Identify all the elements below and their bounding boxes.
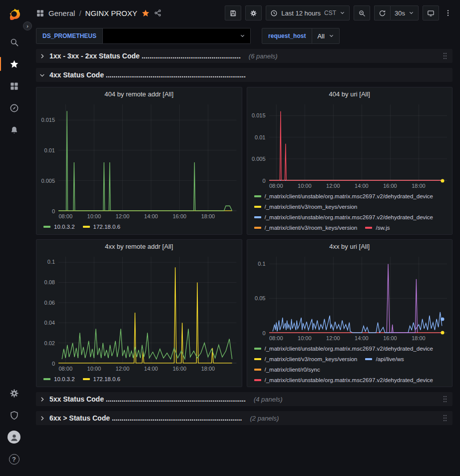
plot-area[interactable] xyxy=(58,104,237,211)
legend-item[interactable]: /_matrix/client/unstable/org.matrix.msc2… xyxy=(254,344,434,353)
x-axis-label: 14:00 xyxy=(144,213,158,219)
configuration-gear-icon[interactable] xyxy=(0,382,28,404)
legend-item[interactable]: 172.18.0.6 xyxy=(83,374,120,384)
x-axis-label: 18:00 xyxy=(201,366,215,372)
legend-item[interactable]: /sw.js xyxy=(365,223,390,232)
row-title: 1xx - 3xx - 2xx Status Code ............… xyxy=(49,52,241,60)
legend-label: /_matrix/client/unstable/org.matrix.msc2… xyxy=(265,377,434,383)
request-host-variable-select[interactable]: All xyxy=(312,28,339,44)
legend-item[interactable]: /_matrix/client/unstable/org.matrix.msc2… xyxy=(254,191,434,201)
y-axis-label: 0.015 xyxy=(252,112,266,118)
user-avatar[interactable] xyxy=(0,426,28,448)
x-axis-label: 12:00 xyxy=(326,335,340,341)
legend-item[interactable]: /_matrix/client/v3/room_keys/version xyxy=(254,223,358,232)
row-panel-count: (2 panels) xyxy=(250,415,279,422)
refresh-interval-dropdown[interactable]: 30s xyxy=(390,5,419,20)
chevron-down-icon xyxy=(39,72,45,78)
y-axis-label: 0.1 xyxy=(258,261,265,267)
legend-swatch xyxy=(254,379,261,381)
save-dashboard-button[interactable] xyxy=(225,5,241,20)
legend-swatch xyxy=(254,206,261,208)
row-drag-handle-icon[interactable] xyxy=(441,394,450,404)
row-header-6xx[interactable]: 6xx > Status Code ......................… xyxy=(36,411,453,425)
legend-label: 10.0.3.2 xyxy=(54,376,75,382)
x-axis-label: 10:00 xyxy=(87,366,101,372)
series-line xyxy=(62,329,232,359)
legend-item[interactable]: /_matrix/client/v3/room_keys/version xyxy=(254,354,358,364)
share-icon[interactable] xyxy=(154,9,162,17)
legend-swatch xyxy=(365,227,372,229)
y-axis-label: 0 xyxy=(52,208,55,214)
panel-title[interactable]: 404 by remote addr [All] xyxy=(36,87,242,100)
panel: 4xx by remote addr [All]00.020.040.060.0… xyxy=(36,239,242,387)
time-range-picker[interactable]: Last 12 hours CST xyxy=(266,5,350,20)
avatar-image xyxy=(7,431,20,444)
kebab-menu-icon[interactable] xyxy=(443,9,453,17)
legend-label: /sw.js xyxy=(376,225,390,231)
expand-sidebar-chevron-button[interactable]: › xyxy=(23,21,32,30)
grafana-logo[interactable] xyxy=(5,5,22,22)
grafana-app: ? › General / NGINX PROXY xyxy=(0,0,460,476)
y-axis-label: 0.06 xyxy=(44,300,55,306)
plot-area[interactable] xyxy=(58,257,237,364)
sidebar-bottom-nav: ? xyxy=(0,382,28,470)
legend-item[interactable]: /api/live/ws xyxy=(365,354,404,364)
panel-title[interactable]: 4xx by remote addr [All] xyxy=(36,240,242,253)
chevron-down-icon xyxy=(409,9,414,17)
chart-area: 00.0050.010.015 xyxy=(251,104,448,181)
row-header-4xx[interactable]: 4xx Status Code ........................… xyxy=(36,68,453,82)
y-axis-label: 0 xyxy=(52,361,55,367)
x-axis-label: 08:00 xyxy=(269,183,283,189)
legend-item[interactable]: 172.18.0.6 xyxy=(83,222,120,231)
row-drag-handle-icon[interactable] xyxy=(441,413,450,423)
legend-label: /_matrix/client/v3/room_keys/version xyxy=(265,356,358,362)
row-header-1xx-3xx-2xx[interactable]: 1xx - 3xx - 2xx Status Code ............… xyxy=(36,49,453,63)
y-axis-label: 0.04 xyxy=(44,320,55,326)
breadcrumb-folder[interactable]: General xyxy=(48,9,75,17)
x-axis: 08:0010:0012:0014:0016:0018:00 xyxy=(269,334,448,343)
legend-item[interactable]: /_matrix/client/r0/sync xyxy=(254,365,320,374)
x-axis-label: 08:00 xyxy=(58,213,72,219)
zoom-out-time-button[interactable] xyxy=(354,5,370,20)
legend-item[interactable]: 10.0.3.2 xyxy=(43,374,75,384)
x-axis-label: 16:00 xyxy=(173,213,187,219)
favorite-star-icon[interactable] xyxy=(141,9,150,17)
panel-title[interactable]: 4xx by uri [All] xyxy=(247,240,453,253)
x-axis-label: 08:00 xyxy=(269,335,283,341)
legend-label: /_matrix/client/unstable/org.matrix.msc2… xyxy=(265,193,434,199)
legend-item[interactable]: /_matrix/client/v3/room_keys/version xyxy=(254,202,358,211)
breadcrumb-separator: / xyxy=(79,9,81,17)
alerting-bell-icon[interactable] xyxy=(0,119,28,141)
explore-compass-icon[interactable] xyxy=(0,97,28,119)
starred-dashboards-icon[interactable] xyxy=(0,53,28,75)
x-axis-label: 12:00 xyxy=(326,183,340,189)
refresh-icon-button[interactable] xyxy=(374,5,390,20)
legend: /_matrix/client/unstable/org.matrix.msc2… xyxy=(247,343,453,387)
cycle-view-mode-monitor-button[interactable] xyxy=(423,5,439,20)
search-icon[interactable] xyxy=(0,31,28,53)
chart-area: 00.050.1 xyxy=(251,257,448,333)
datasource-variable-select[interactable] xyxy=(103,28,251,44)
legend-label: /api/live/ws xyxy=(376,356,404,362)
server-admin-shield-icon[interactable] xyxy=(0,404,28,426)
plot-area[interactable] xyxy=(269,257,448,333)
apps-grid-icon xyxy=(36,9,44,17)
legend-item[interactable]: /_matrix/client/unstable/org.matrix.msc2… xyxy=(254,375,434,385)
dashboard-body: 1xx - 3xx - 2xx Status Code ............… xyxy=(28,46,460,476)
dashboards-icon[interactable] xyxy=(0,75,28,97)
legend-label: 172.18.0.6 xyxy=(93,224,120,230)
legend-label: /_matrix/client/v3/room_keys/version xyxy=(265,225,358,231)
plot-area[interactable] xyxy=(269,104,448,181)
legend-item[interactable]: 10.0.3.2 xyxy=(43,222,75,231)
legend-label: /_matrix/client/r0/sync xyxy=(265,367,320,373)
help-icon[interactable]: ? xyxy=(0,448,28,470)
legend-item[interactable]: /_matrix/client/unstable/org.matrix.msc2… xyxy=(254,212,434,222)
dashboard-settings-gear-button[interactable] xyxy=(245,5,262,20)
y-axis-label: 0.005 xyxy=(41,178,55,184)
breadcrumb-dashboard-title[interactable]: NGINX PROXY xyxy=(85,9,137,17)
row-drag-handle-icon[interactable] xyxy=(441,51,450,61)
series-endpoint-dot xyxy=(441,318,445,321)
row-header-5xx[interactable]: 5xx Status Code ........................… xyxy=(36,392,453,406)
panel-title[interactable]: 404 by uri [All] xyxy=(247,87,453,100)
y-axis-label: 0.01 xyxy=(255,134,265,140)
